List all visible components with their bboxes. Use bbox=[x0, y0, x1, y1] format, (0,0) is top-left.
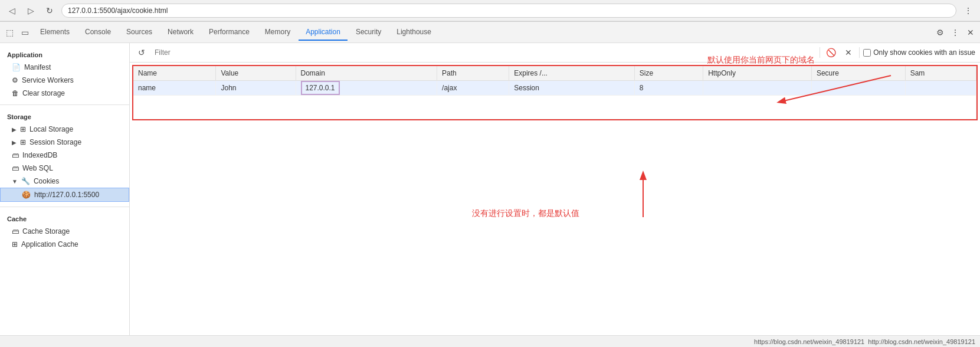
web-sql-icon: 🗃 bbox=[12, 164, 19, 172]
back-btn[interactable]: ◁ bbox=[5, 4, 19, 18]
inspect-icon[interactable]: ⬚ bbox=[2, 25, 17, 40]
clear-storage-icon: 🗑 bbox=[12, 89, 19, 97]
sidebar-item-web-sql[interactable]: 🗃 Web SQL bbox=[0, 162, 129, 175]
cookies-toolbar: ↺ 🚫 ✕ Only show cookies with an issue bbox=[130, 43, 980, 63]
more-options-icon[interactable]: ⋮ bbox=[948, 25, 962, 40]
sidebar-item-cookie-child[interactable]: 🍪 http://127.0.0.1:5500 bbox=[0, 188, 129, 202]
cache-section-title: Cache bbox=[0, 212, 129, 225]
storage-section-title: Storage bbox=[0, 110, 129, 123]
only-show-label[interactable]: Only show cookies with an issue bbox=[863, 48, 975, 57]
local-storage-icon: ⊞ bbox=[20, 125, 26, 133]
application-section-title: Application bbox=[0, 48, 129, 61]
close-devtools-icon[interactable]: ✕ bbox=[963, 25, 978, 40]
cell-domain: 127.0.0.1 bbox=[296, 81, 437, 96]
sidebar: Application 📄 Manifest ⚙ Service Workers… bbox=[0, 43, 130, 335]
cookies-table: Name Value Domain Path Expires /... Size… bbox=[133, 66, 976, 119]
local-storage-label: Local Storage bbox=[30, 125, 73, 133]
forward-btn[interactable]: ▷ bbox=[24, 4, 38, 18]
sidebar-item-cache-storage[interactable]: 🗃 Cache Storage bbox=[0, 225, 129, 238]
sidebar-item-clear-storage[interactable]: 🗑 Clear storage bbox=[0, 87, 129, 100]
tab-performance[interactable]: Performance bbox=[202, 24, 257, 41]
tab-lighthouse[interactable]: Lighthouse bbox=[389, 24, 438, 41]
sidebar-item-manifest[interactable]: 📄 Manifest bbox=[0, 61, 129, 74]
cell-name: name bbox=[133, 81, 216, 96]
table-row-empty bbox=[133, 96, 976, 119]
clear-storage-label: Clear storage bbox=[22, 89, 65, 97]
tab-elements[interactable]: Elements bbox=[33, 24, 77, 41]
cache-storage-icon: 🗃 bbox=[12, 227, 19, 235]
refresh-cookies-btn[interactable]: ↺ bbox=[135, 45, 149, 60]
annotation-bottom-text: 没有进行设置时，都是默认值 bbox=[472, 208, 579, 219]
session-storage-icon: ⊞ bbox=[20, 138, 26, 146]
menu-btn[interactable]: ⋮ bbox=[961, 4, 975, 18]
col-size[interactable]: Size bbox=[634, 66, 703, 81]
cookies-icon: 🔧 bbox=[21, 177, 30, 185]
cache-storage-label: Cache Storage bbox=[22, 227, 70, 235]
sidebar-item-cookies[interactable]: ▼ 🔧 Cookies bbox=[0, 175, 129, 188]
status-url1: https://blog.csdn.net/weixin_49819121 bbox=[754, 338, 864, 345]
web-sql-label: Web SQL bbox=[22, 164, 53, 172]
app-cache-icon: ⊞ bbox=[12, 240, 18, 248]
domain-value: 127.0.0.1 bbox=[301, 81, 340, 95]
toolbar-separator bbox=[820, 47, 820, 58]
sidebar-item-local-storage[interactable]: ▶ ⊞ Local Storage bbox=[0, 123, 129, 136]
manifest-label: Manifest bbox=[24, 63, 51, 71]
cookies-label: Cookies bbox=[34, 177, 59, 185]
tab-memory[interactable]: Memory bbox=[258, 24, 297, 41]
sidebar-item-app-cache[interactable]: ⊞ Application Cache bbox=[0, 238, 129, 251]
col-secure[interactable]: Secure bbox=[811, 66, 905, 81]
tab-network[interactable]: Network bbox=[160, 24, 201, 41]
filter-input[interactable] bbox=[152, 47, 816, 58]
session-storage-label: Session Storage bbox=[30, 138, 81, 146]
browser-bar: ◁ ▷ ↻ 127.0.0.1:5500/ajax/cookie.html ⋮ bbox=[0, 0, 980, 21]
clear-cookies-btn[interactable]: 🚫 bbox=[824, 45, 838, 60]
data-table: Name Value Domain Path Expires /... Size… bbox=[133, 66, 976, 119]
col-name[interactable]: Name bbox=[133, 66, 216, 81]
main-content: ↺ 🚫 ✕ Only show cookies with an issue bbox=[130, 43, 980, 335]
cell-httponly bbox=[703, 81, 812, 96]
cell-samesite bbox=[905, 81, 976, 96]
cell-path: /ajax bbox=[437, 81, 509, 96]
col-domain[interactable]: Domain bbox=[296, 66, 437, 81]
settings-icon[interactable]: ⚙ bbox=[933, 25, 947, 40]
devtools-body: Application 📄 Manifest ⚙ Service Workers… bbox=[0, 43, 980, 335]
expand-icon: ▶ bbox=[12, 126, 17, 133]
devtools-panel: ⬚ ▭ Elements Console Sources Network Per… bbox=[0, 21, 980, 347]
tab-sources[interactable]: Sources bbox=[119, 24, 159, 41]
service-workers-label: Service Workers bbox=[22, 76, 74, 84]
refresh-btn[interactable]: ↻ bbox=[42, 4, 57, 18]
col-path[interactable]: Path bbox=[437, 66, 509, 81]
status-bar: https://blog.csdn.net/weixin_49819121 ht… bbox=[0, 335, 980, 347]
devtools-tab-bar: ⬚ ▭ Elements Console Sources Network Per… bbox=[0, 22, 980, 43]
status-url2: http://blog.csdn.net/weixin_49819121 bbox=[868, 338, 975, 345]
close-filter-btn[interactable]: ✕ bbox=[841, 45, 856, 60]
sidebar-divider-1 bbox=[0, 104, 129, 105]
service-workers-icon: ⚙ bbox=[12, 76, 18, 84]
col-httponly[interactable]: HttpOnly bbox=[703, 66, 812, 81]
sidebar-item-service-workers[interactable]: ⚙ Service Workers bbox=[0, 74, 129, 87]
indexeddb-label: IndexedDB bbox=[22, 151, 57, 159]
table-row[interactable]: name John 127.0.0.1 /ajax Session 8 bbox=[133, 81, 976, 96]
only-show-checkbox[interactable] bbox=[863, 49, 871, 57]
tab-console[interactable]: Console bbox=[78, 24, 118, 41]
url-bar[interactable]: 127.0.0.1:5500/ajax/cookie.html bbox=[61, 4, 956, 18]
cell-secure bbox=[811, 81, 905, 96]
expand-icon: ▶ bbox=[12, 139, 17, 146]
col-expires[interactable]: Expires /... bbox=[509, 66, 635, 81]
col-value[interactable]: Value bbox=[216, 66, 296, 81]
cookie-child-icon: 🍪 bbox=[22, 191, 31, 199]
app-cache-label: Application Cache bbox=[21, 240, 78, 248]
sidebar-item-indexeddb[interactable]: 🗃 IndexedDB bbox=[0, 149, 129, 162]
cell-value: John bbox=[216, 81, 296, 96]
cookie-child-label: http://127.0.0.1:5500 bbox=[34, 191, 99, 199]
indexeddb-icon: 🗃 bbox=[12, 151, 19, 159]
toolbar-separator-2 bbox=[859, 47, 860, 58]
sidebar-item-session-storage[interactable]: ▶ ⊞ Session Storage bbox=[0, 136, 129, 149]
device-icon[interactable]: ▭ bbox=[18, 25, 32, 40]
table-header-row: Name Value Domain Path Expires /... Size… bbox=[133, 66, 976, 81]
tab-application[interactable]: Application bbox=[299, 24, 348, 41]
sidebar-divider-2 bbox=[0, 207, 129, 207]
tab-security[interactable]: Security bbox=[349, 24, 388, 41]
only-show-text: Only show cookies with an issue bbox=[873, 48, 975, 57]
col-samesite[interactable]: Sam bbox=[905, 66, 976, 81]
